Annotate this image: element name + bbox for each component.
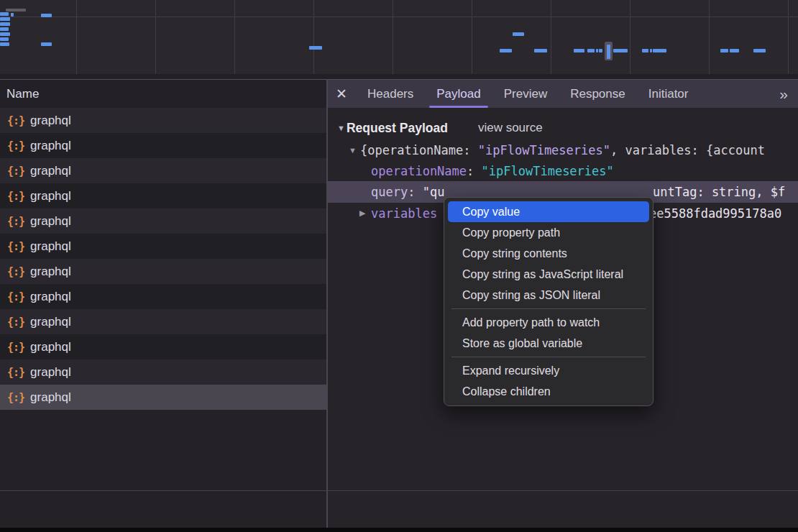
- timeline-gridline: [76, 0, 77, 74]
- timeline-gridline: [155, 0, 156, 74]
- tabs-container: HeadersPayloadPreviewResponseInitiator: [356, 80, 700, 108]
- expand-arrow-icon[interactable]: ▶: [359, 208, 371, 218]
- table-row[interactable]: {:}graphql: [0, 108, 327, 133]
- menu-item-copy-string-as-javascript-literal[interactable]: Copy string as JavaScript literal: [448, 264, 649, 285]
- table-row[interactable]: {:}graphql: [0, 133, 327, 158]
- preview-suffix: , variables: {account: [610, 143, 765, 157]
- timeline-request-bar: [0, 27, 9, 31]
- menu-item-copy-value[interactable]: Copy value: [448, 201, 649, 222]
- timeline-request-bar: [720, 49, 728, 52]
- timeline-request-bar: [730, 49, 739, 52]
- timeline-request-bar: [596, 49, 598, 52]
- detail-tab-bar: ✕ HeadersPayloadPreviewResponseInitiator…: [327, 79, 798, 108]
- timeline-request-bar: [642, 49, 648, 52]
- horizontal-divider: [0, 490, 798, 491]
- json-file-icon: {:}: [7, 190, 24, 203]
- property-key: operationName: [371, 164, 467, 178]
- timeline-gridline: [234, 0, 235, 74]
- menu-item-expand-recursively[interactable]: Expand recursively: [448, 360, 649, 381]
- panel-divider[interactable]: [326, 79, 328, 528]
- table-row[interactable]: {:}graphql: [0, 183, 327, 208]
- request-payload-section: ▼ Request Payload view source: [327, 116, 798, 139]
- timeline-request-bar: [11, 13, 14, 17]
- operation-name-row[interactable]: operationName: "ipFlowTimeseries": [327, 160, 798, 181]
- name-column-label: Name: [0, 87, 39, 101]
- timeline-request-bar: [41, 42, 52, 46]
- menu-item-copy-property-path[interactable]: Copy property path: [448, 222, 649, 243]
- timeline-request-bar: [650, 49, 652, 52]
- request-name-label: graphql: [30, 214, 71, 229]
- timeline-gridline: [630, 0, 630, 74]
- timeline-request-bar: [534, 49, 547, 52]
- menu-item-copy-string-contents[interactable]: Copy string contents: [448, 243, 649, 264]
- request-name-label: graphql: [30, 239, 71, 254]
- json-file-icon: {:}: [7, 341, 24, 354]
- property-key: query: [371, 185, 408, 199]
- json-file-icon: {:}: [7, 366, 24, 379]
- menu-separator: [451, 357, 646, 357]
- timeline-request-bar: [599, 49, 602, 52]
- timeline-request-bar: [587, 49, 595, 52]
- request-name-label: graphql: [30, 365, 71, 380]
- name-column-header[interactable]: Name: [0, 79, 327, 108]
- property-value-clipped: untTag: string, $f: [653, 181, 785, 203]
- tab-headers[interactable]: Headers: [356, 80, 425, 108]
- timeline-request-bar: [753, 49, 766, 52]
- menu-item-store-as-global-variable[interactable]: Store as global variable: [448, 333, 649, 354]
- table-row[interactable]: {:}graphql: [0, 259, 327, 284]
- tab-initiator[interactable]: Initiator: [637, 80, 700, 108]
- menu-item-collapse-children[interactable]: Collapse children: [448, 381, 649, 402]
- timeline-request-bar: [0, 42, 9, 46]
- collapse-arrow-icon[interactable]: ▼: [337, 124, 345, 132]
- table-row[interactable]: {:}graphql: [0, 334, 327, 359]
- timeline-gridline: [788, 0, 789, 74]
- colon: :: [467, 164, 481, 178]
- request-name-label: graphql: [30, 265, 71, 279]
- request-name-label: graphql: [30, 114, 71, 128]
- network-overview-timeline[interactable]: [0, 0, 798, 74]
- table-row[interactable]: {:}graphql: [0, 309, 327, 334]
- property-value-start: "qu: [423, 185, 445, 199]
- timeline-request-bar: [0, 12, 9, 16]
- view-source-link[interactable]: view source: [478, 121, 543, 135]
- table-row[interactable]: {:}graphql: [0, 385, 327, 410]
- tab-response[interactable]: Response: [559, 80, 637, 108]
- menu-item-copy-string-as-json-literal[interactable]: Copy string as JSON literal: [448, 285, 649, 306]
- table-row[interactable]: {:}graphql: [0, 234, 327, 259]
- table-row[interactable]: {:}graphql: [0, 208, 327, 234]
- collapse-arrow-icon[interactable]: ▼: [349, 146, 360, 155]
- timeline-gridline: [709, 0, 710, 74]
- timeline-request-bar: [513, 32, 524, 36]
- json-file-icon: {:}: [7, 215, 24, 228]
- more-tabs-icon[interactable]: »: [769, 80, 798, 108]
- request-name-label: graphql: [30, 139, 71, 153]
- timeline-request-bar: [0, 32, 10, 36]
- tab-preview[interactable]: Preview: [492, 80, 559, 108]
- timeline-request-bar: [607, 45, 610, 59]
- timeline-request-bar: [500, 49, 512, 52]
- timeline-request-bar: [574, 49, 584, 52]
- timeline-request-bar: [0, 17, 10, 21]
- json-file-icon: {:}: [7, 139, 24, 152]
- timeline-request-bar: [653, 49, 666, 52]
- json-file-icon: {:}: [7, 265, 24, 278]
- request-name-label: graphql: [30, 189, 71, 203]
- timeline-request-bar: [41, 14, 52, 17]
- json-file-icon: {:}: [7, 114, 24, 127]
- request-list: {:}graphql{:}graphql{:}graphql{:}graphql…: [0, 108, 327, 528]
- json-file-icon: {:}: [7, 391, 24, 404]
- tab-payload[interactable]: Payload: [425, 80, 492, 108]
- json-file-icon: {:}: [7, 290, 24, 303]
- preview-string: "ipFlowTimeseries": [478, 143, 610, 157]
- json-file-icon: {:}: [7, 165, 24, 178]
- property-value-clipped: ee5588fdad995178a0: [649, 203, 781, 224]
- payload-preview-row[interactable]: ▼ {operationName: "ipFlowTimeseries", va…: [327, 139, 798, 160]
- table-row[interactable]: {:}graphql: [0, 284, 327, 309]
- close-icon[interactable]: ✕: [327, 80, 356, 108]
- table-row[interactable]: {:}graphql: [0, 359, 327, 385]
- table-row[interactable]: {:}graphql: [0, 158, 327, 183]
- timeline-request-bar: [0, 37, 9, 41]
- menu-separator: [451, 308, 646, 309]
- menu-item-add-property-path-to-watch[interactable]: Add property path to watch: [448, 312, 649, 333]
- json-file-icon: {:}: [7, 240, 24, 253]
